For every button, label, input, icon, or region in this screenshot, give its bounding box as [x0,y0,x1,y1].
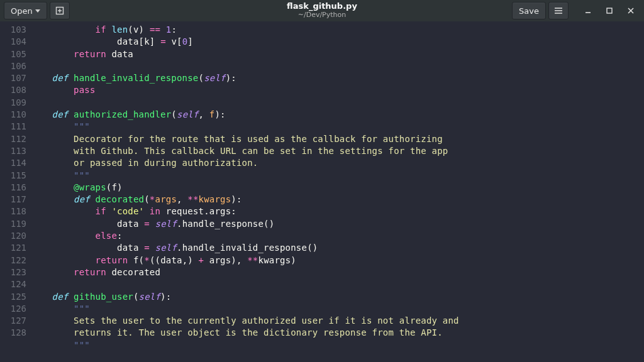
save-label: Save [519,6,539,16]
line-number: 116 [0,182,26,194]
code-line: def github_user(self): [30,291,644,303]
minimize-button[interactable] [579,3,597,19]
code-line: data[k] = v[0] [30,36,644,48]
code-line [30,60,644,72]
line-number: 122 [0,255,26,266]
code-line: return decorated [30,266,644,278]
chevron-down-icon [35,9,40,13]
line-number: 124 [0,278,26,290]
hamburger-icon [554,7,563,14]
code-line: or passed in during authorization. [30,157,644,169]
line-number: 120 [0,230,26,242]
line-number: 108 [0,84,26,96]
code-line: """ [30,170,644,182]
code-line: Sets the user to the currently authorize… [30,315,644,327]
line-number: 109 [0,97,26,109]
open-button[interactable]: Open [4,2,47,19]
code-line: return f(*((data,) + args), **kwargs) [30,255,644,266]
line-number: 107 [0,72,26,84]
line-number: 123 [0,266,26,278]
code-area[interactable]: if len(v) == 1: data[k] = v[0] return da… [30,21,644,362]
code-line: Decorator for the route that is used as … [30,133,644,145]
line-number: 105 [0,48,26,60]
line-number: 111 [0,121,26,133]
line-number-gutter: 1031041051061071081091101111121131141151… [0,21,26,362]
code-line: if 'code' in request.args: [30,206,644,217]
line-number: 118 [0,206,26,217]
line-number: 113 [0,145,26,157]
open-label: Open [11,6,33,16]
new-tab-icon [55,6,64,15]
line-number: 119 [0,218,26,230]
new-tab-button[interactable] [50,2,70,19]
maximize-icon [606,8,613,14]
code-line [30,278,644,290]
code-line: """ [30,339,644,351]
code-line: def handle_invalid_response(self): [30,72,644,84]
line-number: 106 [0,60,26,72]
code-line: return data [30,48,644,60]
code-line: data = self.handle_invalid_response() [30,242,644,254]
code-line: """ [30,121,644,133]
line-number: 115 [0,170,26,182]
code-line: def decorated(*args, **kwargs): [30,194,644,206]
menu-button[interactable] [548,2,569,19]
editor[interactable]: 1031041051061071081091101111121131141151… [0,21,644,362]
file-path: ~/Dev/Python [298,11,347,19]
line-number: 112 [0,133,26,145]
line-number: 110 [0,109,26,121]
line-number: 103 [0,24,26,36]
close-button[interactable] [621,3,640,19]
titlebar: Open flask_github.py ~/Dev/Python Save [0,0,644,21]
close-icon [628,8,634,14]
file-title: flask_github.py [287,2,357,11]
line-number: 127 [0,315,26,327]
code-line: def authorized_handler(self, f): [30,109,644,121]
code-line: with Github. This callback URL can be se… [30,145,644,157]
line-number: 125 [0,291,26,303]
code-line: pass [30,84,644,96]
code-line: """ [30,303,644,315]
line-number: 121 [0,242,26,254]
maximize-button[interactable] [600,3,619,19]
code-line: else: [30,230,644,242]
code-line: @wraps(f) [30,182,644,194]
line-number: 104 [0,36,26,48]
line-number: 117 [0,194,26,206]
minimize-icon [585,8,591,14]
code-line: returns it. The user object is the dicti… [30,327,644,339]
line-number: 128 [0,327,26,339]
svg-rect-7 [607,8,612,13]
code-line [30,97,644,109]
line-number: 126 [0,303,26,315]
line-number: 114 [0,157,26,169]
code-line: if len(v) == 1: [30,24,644,36]
code-line: data = self.handle_response() [30,218,644,230]
save-button[interactable]: Save [512,2,546,19]
